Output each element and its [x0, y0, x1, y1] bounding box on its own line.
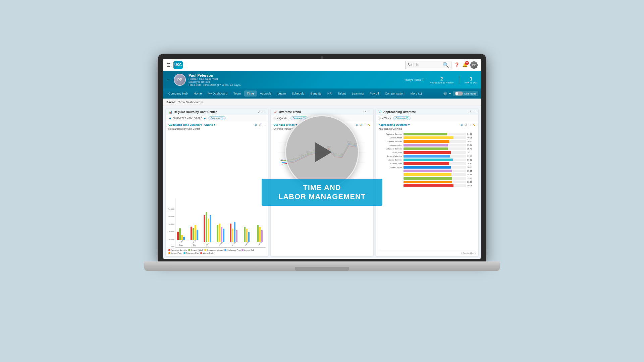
widget1-expand-icon[interactable]: ⤢	[258, 110, 261, 114]
legend-label: Anniston, Jennifer	[171, 249, 187, 251]
widget3-actions: ⤢ ⋯	[468, 110, 476, 114]
widget3-section-title[interactable]: Approaching Overtime ▾	[379, 123, 410, 126]
widget1-legend: Anniston, JenniferConner, MitchDouglass,…	[168, 249, 265, 254]
bar	[232, 229, 233, 242]
nav-home[interactable]: Home	[191, 90, 205, 97]
todos-task[interactable]: 1 New To Do's	[465, 76, 478, 84]
nav-leave[interactable]: Leave	[275, 90, 288, 97]
nav-schedule[interactable]: Schedule	[289, 90, 307, 97]
widget1-more-icon[interactable]: ⋯	[263, 124, 265, 126]
profile-hire-date: Hired Date: 06/03/2005 (17 Years, 24 Day…	[189, 83, 240, 86]
widget2-edit-icon[interactable]: ✏️	[368, 124, 371, 126]
legend-item: Watts, Kathy	[200, 252, 214, 254]
notifications-task[interactable]: 2 Notifications to Review	[430, 76, 453, 84]
horiz-bar-row: 38.54	[379, 173, 476, 176]
bar	[246, 229, 248, 242]
nav-chevron-icon[interactable]: ▾	[449, 92, 451, 96]
notifications-label: Notifications to Review	[430, 81, 453, 84]
nav-hr[interactable]: HR	[325, 90, 334, 97]
bar	[217, 225, 218, 242]
horiz-bar-row: Anniston, Jennifer34.79	[379, 133, 476, 135]
app-logo[interactable]: UKG	[173, 61, 183, 69]
widget1-columns-btn[interactable]: Columns (1)	[208, 116, 226, 120]
nav-team[interactable]: Team	[231, 90, 244, 97]
widget2-more-icon[interactable]: ⋯	[364, 124, 366, 126]
widget3-icon: ⏱	[379, 110, 382, 114]
widget2-filter-icon[interactable]: ⚙️	[355, 124, 358, 126]
bar-axis-label: Corp	[179, 244, 183, 246]
profile-bar: ← PP Paul Peterson Position Title: Super…	[163, 71, 481, 88]
bar-group: 149.90Div	[189, 200, 200, 246]
search-bar[interactable]: 🔍	[405, 61, 451, 69]
nav-bar: Company Hub Home My Dashboard Team Time …	[163, 88, 481, 99]
back-button[interactable]: ←	[166, 77, 171, 82]
horiz-bar-fill	[404, 170, 452, 172]
tasks-area: Today's Tasks ⓘ 2 Notifications to Revie…	[405, 76, 478, 84]
dashboard-name[interactable]: Time Dashboard ▾	[178, 101, 203, 104]
user-avatar[interactable]: PP	[470, 61, 478, 69]
widget1-title-row: 📊 Regular Hours by Cost Center	[168, 110, 217, 114]
horiz-bar-fill	[404, 140, 449, 143]
nav-my-dashboard[interactable]: My Dashboard	[205, 90, 230, 97]
horiz-bar-track	[404, 184, 466, 187]
task-divider	[459, 76, 459, 84]
toggle-switch[interactable]	[455, 92, 463, 96]
notification-bell-icon[interactable]: 🔔 25	[462, 62, 468, 67]
widget1-prev-arrow[interactable]: ◄	[168, 117, 171, 120]
horiz-bar-track	[404, 136, 466, 139]
horiz-bar-track	[404, 166, 466, 169]
widget2-expand-icon[interactable]: ⤢	[363, 110, 366, 114]
play-button-circle[interactable]	[285, 115, 359, 189]
help-icon[interactable]: ❓	[454, 62, 460, 67]
widget2-header: 📈 Overtime Trend ⤢ ⋯	[271, 109, 373, 115]
widget2-date-nav: Last Quarter	[273, 117, 288, 120]
widget1-chart-subtitle: Regular Hours by Cost Center	[168, 128, 265, 130]
widget3-columns-btn[interactable]: Columns (2)	[393, 116, 411, 120]
nav-time[interactable]: Time	[244, 90, 257, 97]
play-icon	[315, 142, 332, 162]
nav-learning[interactable]: Learning	[349, 90, 366, 97]
widget2-title-row: 📈 Overtime Trend	[273, 110, 301, 114]
widget3-view-icon[interactable]: 📊	[465, 124, 468, 126]
legend-dot	[183, 252, 185, 254]
widget1-sub-bar: ◄ 06/06/2022 - 06/19/2022 ► Columns (1)	[166, 115, 268, 121]
notification-count: 25	[465, 61, 469, 65]
widget1-menu-icon[interactable]: ⋯	[262, 110, 265, 114]
widget1-view-icon[interactable]: 📊	[259, 124, 262, 126]
widget1-actions: ⤢ ⋯	[258, 110, 265, 114]
nav-talent[interactable]: Talent	[335, 90, 348, 97]
horiz-bar-fill	[404, 151, 451, 154]
nav-accruals[interactable]: Accruals	[257, 90, 274, 97]
hamburger-icon[interactable]: ☰	[166, 62, 171, 68]
bar	[195, 225, 196, 240]
nav-company-hub[interactable]: Company Hub	[166, 90, 191, 97]
widget1-section-title[interactable]: Calculated Time Summary - Charts ▾	[168, 123, 215, 126]
widget2-view-icon[interactable]: 📊	[360, 124, 363, 126]
widget3-edit-icon[interactable]: ✏️	[473, 124, 476, 126]
widget3-chart-subtitle: Approaching Overtime	[379, 128, 476, 130]
widget3-expand-icon[interactable]: ⤢	[468, 110, 471, 114]
bar-axis-label: Div	[193, 244, 196, 246]
horiz-bar-value: 39.12	[467, 177, 476, 179]
horiz-bar-value: 36.43	[467, 163, 476, 165]
widget3-sub-bar: Last Week Columns (2)	[376, 115, 478, 121]
widget3-more-icon[interactable]: ⋯	[469, 124, 471, 126]
bar	[248, 232, 250, 242]
widget1-next-arrow[interactable]: ►	[203, 117, 206, 120]
widget3-filter-icon[interactable]: ⚙️	[460, 124, 463, 126]
widget1-title: Regular Hours by Cost Center	[174, 110, 217, 114]
legend-item: Anniston, Jennifer	[168, 249, 187, 251]
widget2-section-title[interactable]: Overtime Trends ▾	[273, 123, 297, 126]
nav-compensation[interactable]: Compensation	[382, 90, 407, 97]
widget3-menu-icon[interactable]: ⋯	[472, 110, 476, 114]
search-input[interactable]	[408, 63, 441, 67]
widget1-filter-icon[interactable]: ⚙️	[254, 124, 257, 126]
nav-payroll[interactable]: Payroll	[367, 90, 382, 97]
widget2-menu-icon[interactable]: ⋯	[367, 110, 371, 114]
edit-mode-toggle[interactable]: Edit Mode	[453, 91, 478, 96]
nav-more[interactable]: More (1)	[408, 90, 425, 97]
widget1-bar-chart: Regular Hours by Cost Center 500.00 400.…	[168, 128, 265, 254]
nav-benefits[interactable]: Benefits	[308, 90, 324, 97]
settings-icon[interactable]: ⚙️	[443, 92, 447, 96]
widget2-date-range: Last Quarter	[273, 117, 288, 120]
